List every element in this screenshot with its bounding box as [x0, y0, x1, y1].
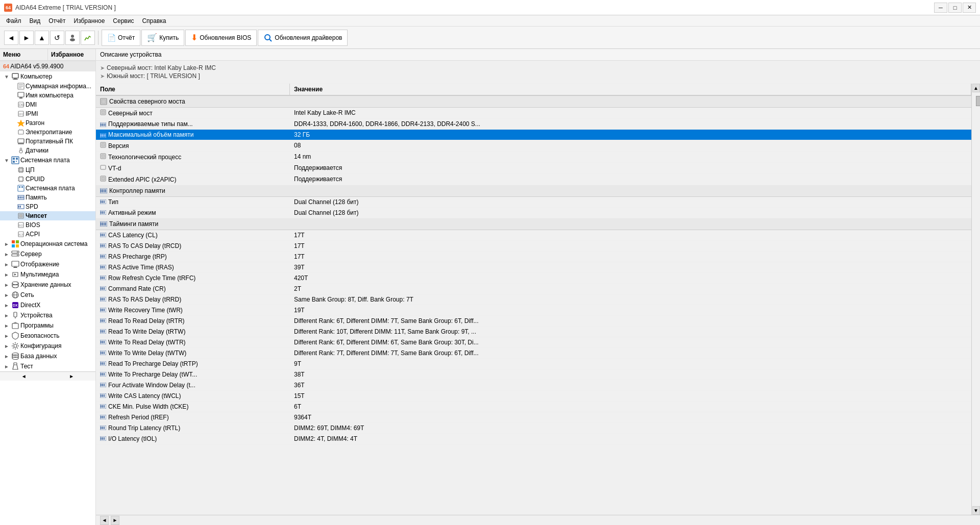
- status-scroll-left[interactable]: ◄: [100, 516, 109, 525]
- table-row[interactable]: VT-d Поддерживается: [96, 163, 971, 174]
- sidebar-item-memory[interactable]: Память: [0, 193, 95, 202]
- svg-rect-202: [101, 405, 102, 408]
- sidebar-item-cpu[interactable]: ЦП: [0, 165, 95, 174]
- svg-rect-28: [13, 161, 15, 163]
- table-row[interactable]: Read To Write Delay (tRTW) Different Ran…: [96, 327, 971, 337]
- table-row[interactable]: RAS To CAS Delay (tRCD) 17T: [96, 241, 971, 252]
- table-row[interactable]: CKE Min. Pulse Width (tCKE) 6T: [96, 402, 971, 412]
- nav-forward-button[interactable]: ►: [19, 31, 34, 45]
- devices-icon: [11, 311, 19, 319]
- menu-file[interactable]: Файл: [2, 16, 26, 26]
- svg-rect-131: [104, 211, 105, 214]
- sidebar-scroll-left[interactable]: ◄: [0, 372, 48, 381]
- sidebar-item-systemboard-group[interactable]: ▼ Системная плата: [0, 155, 95, 165]
- sidebar-item-ipmi[interactable]: IPC IPMI: [0, 109, 95, 118]
- bios-update-button[interactable]: ⬇ Обновления BIOS: [185, 30, 257, 46]
- sidebar-item-security[interactable]: ► Безопасность: [0, 331, 95, 341]
- nav-user-button[interactable]: [65, 31, 80, 45]
- sidebar-item-power[interactable]: Электропитание: [0, 128, 95, 137]
- sidebar-item-config[interactable]: ► Конфигурация: [0, 341, 95, 351]
- menu-view[interactable]: Вид: [26, 16, 45, 26]
- table-row[interactable]: Read To Precharge Delay (tRTP) 9T: [96, 359, 971, 369]
- table-row[interactable]: RAS To RAS Delay (tRRD) Same Bank Group:…: [96, 294, 971, 305]
- sidebar-item-test[interactable]: ► Тест: [0, 361, 95, 371]
- sidebar-item-network[interactable]: ► Сеть: [0, 290, 95, 300]
- timing-icon-7: [100, 296, 106, 303]
- sidebar-item-dmi[interactable]: DM DMI: [0, 100, 95, 109]
- table-row[interactable]: Read To Read Delay (tRTR) Different Rank…: [96, 316, 971, 327]
- table-row[interactable]: Write To Precharge Delay (tWT... 38T: [96, 369, 971, 380]
- nav-back-button[interactable]: ◄: [4, 31, 18, 45]
- sidebar-item-sysboard[interactable]: Системная плата: [0, 184, 95, 193]
- sidebar-item-overclock[interactable]: Разгон: [0, 118, 95, 128]
- svg-rect-26: [13, 158, 15, 160]
- menu-service[interactable]: Сервис: [109, 16, 138, 26]
- table-row[interactable]: Северный мост Intel Kaby Lake-R IMC: [96, 108, 971, 119]
- sidebar-item-sensors[interactable]: Датчики: [0, 146, 95, 155]
- svg-rect-108: [101, 134, 102, 137]
- sidebar-scroll-right[interactable]: ►: [48, 372, 96, 381]
- table-row[interactable]: Версия 08: [96, 140, 971, 152]
- scrollbar-thumb[interactable]: [976, 96, 980, 106]
- sidebar-item-storage[interactable]: ► Хранение данных: [0, 280, 95, 290]
- table-row[interactable]: Write Recovery Time (tWR) 19T: [96, 305, 971, 316]
- table-row[interactable]: Write CAS Latency (tWCL) 15T: [96, 391, 971, 402]
- scroll-up-button[interactable]: ▲: [972, 84, 980, 92]
- sidebar-item-cpuid[interactable]: CPUID: [0, 174, 95, 184]
- sidebar-item-directx[interactable]: ► DX DirectX: [0, 300, 95, 310]
- table-row[interactable]: RAS Active Time (tRAS) 39T: [96, 262, 971, 273]
- table-row[interactable]: Four Activate Window Delay (t... 36T: [96, 380, 971, 391]
- sidebar-item-mycomputer[interactable]: Имя компьютера: [0, 91, 95, 100]
- sidebar-item-acpi[interactable]: ACP ACPI: [0, 230, 95, 239]
- table-row[interactable]: Поддерживаемые типы пам... DDR4-1333, DD…: [96, 119, 971, 130]
- sidebar-item-multimedia[interactable]: ► Мультимедиа: [0, 269, 95, 280]
- menu-favorites[interactable]: Избранное: [70, 16, 109, 26]
- sidebar-item-bios[interactable]: BIO BIOS: [0, 220, 95, 230]
- minimize-button[interactable]: ─: [934, 3, 947, 13]
- table-row[interactable]: Refresh Period (tREF) 9364T: [96, 412, 971, 423]
- value-wtr: Different Rank: 6T, Different DIMM: 6T, …: [290, 337, 971, 347]
- table-row[interactable]: CAS Latency (CL) 17T: [96, 230, 971, 241]
- table-row[interactable]: Активный режим Dual Channel (128 бит): [96, 208, 971, 218]
- svg-text:ACP: ACP: [18, 233, 24, 236]
- sidebar-favorites-tab[interactable]: Избранное: [48, 49, 95, 61]
- table-row[interactable]: Технологический процесс 14 nm: [96, 152, 971, 163]
- table-row[interactable]: RAS Precharge (tRP) 17T: [96, 252, 971, 262]
- sidebar-item-database[interactable]: ► База данных: [0, 351, 95, 361]
- menu-help[interactable]: Справка: [138, 16, 170, 26]
- sidebar-item-os[interactable]: ► Операционная система: [0, 239, 95, 249]
- table-row[interactable]: Write To Write Delay (tWTW) Different Ra…: [96, 348, 971, 359]
- drivers-update-button[interactable]: Обновления драйверов: [258, 30, 348, 46]
- table-wrapper[interactable]: Поле Значение Свойства северного моста: [96, 84, 971, 515]
- sidebar-item-devices[interactable]: ► Устройства: [0, 310, 95, 320]
- buy-button[interactable]: 🛒 Купить: [141, 30, 184, 46]
- sidebar-item-display[interactable]: ► Отображение: [0, 259, 95, 269]
- sidebar-item-programs[interactable]: ► Программы: [0, 320, 95, 331]
- table-row[interactable]: Extended APIC (x2APIC) Поддерживается: [96, 174, 971, 185]
- menu-report[interactable]: Отчёт: [44, 16, 69, 26]
- sidebar-item-server[interactable]: ► Сервер: [0, 249, 95, 259]
- scroll-down-button[interactable]: ▼: [972, 506, 980, 515]
- northbridge-section-icon: [100, 98, 107, 105]
- report-button[interactable]: 📄 Отчёт: [102, 30, 140, 46]
- nav-up-button[interactable]: ▲: [35, 31, 49, 45]
- sidebar-item-chipset[interactable]: Чипсет: [0, 211, 95, 220]
- nav-refresh-button[interactable]: ↺: [50, 31, 64, 45]
- sidebar-item-computer[interactable]: ▼ Компьютер: [0, 71, 95, 82]
- maximize-button[interactable]: □: [948, 3, 962, 13]
- close-button[interactable]: ✕: [963, 3, 976, 13]
- sidebar-item-portable[interactable]: Портативный ПК: [0, 137, 95, 146]
- table-row[interactable]: Write To Read Delay (tWTR) Different Ran…: [96, 337, 971, 348]
- table-row[interactable]: Тип Dual Channel (128 бит): [96, 197, 971, 208]
- sidebar-item-spd[interactable]: SPD: [0, 202, 95, 211]
- table-row[interactable]: Row Refresh Cycle Time (tRFC) 420T: [96, 273, 971, 284]
- table-row[interactable]: Round Trip Latency (tRTL) DIMM2: 69T, DI…: [96, 423, 971, 434]
- table-row[interactable]: I/O Latency (tIOL) DIMM2: 4T, DIMM4: 4T: [96, 434, 971, 444]
- table-row-selected[interactable]: Максимальный объём памяти 32 ГБ: [96, 130, 971, 140]
- table-row[interactable]: Command Rate (CR) 2T: [96, 284, 971, 294]
- status-scroll-right[interactable]: ►: [111, 516, 119, 525]
- nav-chart-button[interactable]: [81, 31, 95, 45]
- sidebar-item-summary[interactable]: Суммарная информа...: [0, 82, 95, 91]
- server-icon: [11, 250, 19, 258]
- sidebar-menu-tab[interactable]: Меню: [0, 49, 48, 61]
